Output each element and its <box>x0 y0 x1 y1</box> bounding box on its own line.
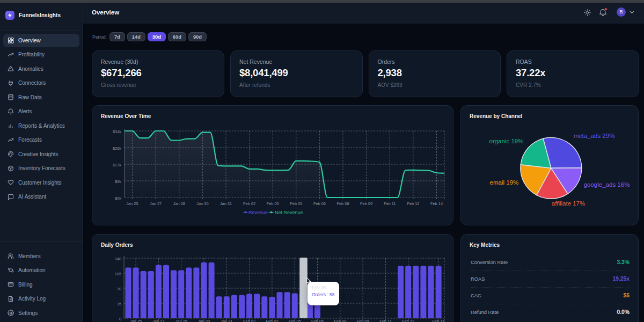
svg-text:Feb 09: Feb 09 <box>357 319 369 322</box>
svg-text:Revenue: Revenue <box>248 210 268 215</box>
svg-text:Feb 11: Feb 11 <box>384 201 396 206</box>
svg-text:Feb 09: Feb 09 <box>360 201 372 206</box>
svg-text:Feb 05: Feb 05 <box>290 201 302 206</box>
svg-text:Feb 06: Feb 06 <box>311 319 324 322</box>
svg-text:Jan 30: Jan 30 <box>198 319 210 322</box>
svg-text:Feb 11: Feb 11 <box>379 319 391 322</box>
svg-text:$26k: $26k <box>113 146 121 151</box>
svg-text:Jan 28: Jan 28 <box>173 201 185 206</box>
svg-text:Jan 27: Jan 27 <box>150 201 162 206</box>
svg-text:$17k: $17k <box>113 163 121 167</box>
svg-text:Feb 06: Feb 06 <box>313 201 326 206</box>
svg-text:Jan 25: Jan 25 <box>126 201 138 206</box>
svg-text:Jan 30: Jan 30 <box>196 201 208 206</box>
svg-text:$34k: $34k <box>113 129 121 134</box>
svg-text:organic 19%: organic 19% <box>489 138 524 144</box>
svg-text:$0k: $0k <box>115 196 121 201</box>
svg-text:Feb 08: Feb 08 <box>336 201 349 206</box>
svg-text:Jan 31: Jan 31 <box>221 319 232 322</box>
svg-text:Jan 25: Jan 25 <box>130 319 142 322</box>
svg-text:Feb 05: Feb 05 <box>289 319 301 322</box>
svg-text:Net Revenue: Net Revenue <box>275 210 303 215</box>
svg-text:70: 70 <box>117 286 121 291</box>
svg-text:0: 0 <box>119 316 121 321</box>
svg-text:Feb 12: Feb 12 <box>407 201 419 206</box>
svg-text:Jan 28: Jan 28 <box>175 319 187 322</box>
svg-text:Feb 14: Feb 14 <box>433 319 445 322</box>
svg-text:$9k: $9k <box>115 179 121 184</box>
svg-text:affiliate 17%: affiliate 17% <box>552 200 585 207</box>
svg-text:35: 35 <box>117 301 121 306</box>
svg-text:Jan 27: Jan 27 <box>152 319 164 322</box>
svg-text:Jan 31: Jan 31 <box>220 201 232 206</box>
svg-text:email 19%: email 19% <box>490 179 519 186</box>
svg-text:Feb 03: Feb 03 <box>267 201 279 206</box>
svg-text:Feb 02: Feb 02 <box>243 319 255 322</box>
svg-text:Feb 03: Feb 03 <box>266 319 278 322</box>
svg-text:Feb 08: Feb 08 <box>334 319 346 322</box>
svg-text:Feb 14: Feb 14 <box>430 201 443 206</box>
svg-text:105: 105 <box>115 271 121 276</box>
svg-text:meta_ads 29%: meta_ads 29% <box>574 133 615 139</box>
svg-text:google_ads 16%: google_ads 16% <box>584 181 630 188</box>
svg-text:140: 140 <box>115 256 121 261</box>
svg-text:Feb 02: Feb 02 <box>243 201 255 206</box>
svg-text:Feb 12: Feb 12 <box>402 319 414 322</box>
